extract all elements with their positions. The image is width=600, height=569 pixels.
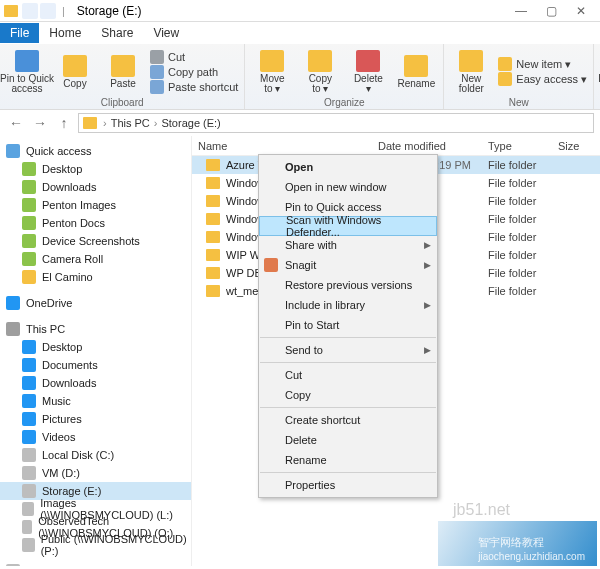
drive-icon bbox=[22, 502, 34, 516]
folder-icon bbox=[4, 5, 18, 17]
folder-icon bbox=[22, 270, 36, 284]
menu-open-new-window[interactable]: Open in new window bbox=[259, 177, 437, 197]
quick-access-toolbar[interactable] bbox=[22, 3, 56, 19]
drive-icon bbox=[22, 466, 36, 480]
menu-share-with[interactable]: Share with▶ bbox=[259, 235, 437, 255]
drive-icon bbox=[22, 484, 36, 498]
sidebar-item[interactable]: Music bbox=[0, 392, 191, 410]
delete-button[interactable]: Delete ▾ bbox=[347, 46, 389, 97]
menu-scan-defender[interactable]: Scan with Windows Defender... bbox=[259, 216, 437, 236]
easy-access-button[interactable]: Easy access ▾ bbox=[498, 72, 587, 86]
folder-icon bbox=[22, 216, 36, 230]
ribbon-group-organize: Move to ▾ Copy to ▾ Delete ▾ Rename Orga… bbox=[245, 44, 444, 109]
folder-icon bbox=[22, 252, 36, 266]
pin-quick-access-button[interactable]: Pin to Quick access bbox=[6, 46, 48, 97]
new-folder-button[interactable]: New folder bbox=[450, 46, 492, 97]
back-button[interactable]: ← bbox=[6, 115, 26, 131]
sidebar-item[interactable]: Device Screenshots bbox=[0, 232, 191, 250]
sidebar-item[interactable]: Desktop bbox=[0, 338, 191, 356]
col-size[interactable]: Size bbox=[552, 140, 592, 152]
cut-button[interactable]: Cut bbox=[150, 50, 238, 64]
tab-share[interactable]: Share bbox=[91, 23, 143, 43]
sidebar-this-pc[interactable]: This PC bbox=[0, 320, 191, 338]
minimize-button[interactable]: — bbox=[506, 4, 536, 18]
menu-open[interactable]: Open bbox=[259, 157, 437, 177]
sidebar-item[interactable]: Penton Docs bbox=[0, 214, 191, 232]
sidebar-item[interactable]: Penton Images bbox=[0, 196, 191, 214]
copy-button[interactable]: Copy bbox=[54, 46, 96, 97]
menu-include-library[interactable]: Include in library▶ bbox=[259, 295, 437, 315]
sidebar-item[interactable]: Downloads bbox=[0, 374, 191, 392]
menu-copy[interactable]: Copy bbox=[259, 385, 437, 405]
tab-home[interactable]: Home bbox=[39, 23, 91, 43]
nav-bar: ← → ↑ › This PC › Storage (E:) bbox=[0, 110, 600, 136]
new-item-button[interactable]: New item ▾ bbox=[498, 57, 587, 71]
sidebar-quick-access[interactable]: Quick access bbox=[0, 142, 191, 160]
folder-icon bbox=[22, 430, 36, 444]
folder-icon bbox=[206, 195, 220, 207]
breadcrumb-seg[interactable]: This PC bbox=[111, 117, 150, 129]
menu-cut[interactable]: Cut bbox=[259, 365, 437, 385]
copy-path-button[interactable]: Copy path bbox=[150, 65, 238, 79]
col-type[interactable]: Type bbox=[482, 140, 552, 152]
sidebar-item[interactable]: VM (D:) bbox=[0, 464, 191, 482]
sidebar-onedrive[interactable]: OneDrive bbox=[0, 294, 191, 312]
rename-button[interactable]: Rename bbox=[395, 46, 437, 97]
sidebar-item[interactable]: Desktop bbox=[0, 160, 191, 178]
window-title: Storage (E:) bbox=[77, 4, 142, 18]
titlebar: | Storage (E:) — ▢ ✕ bbox=[0, 0, 600, 22]
tab-file[interactable]: File bbox=[0, 23, 39, 43]
menu-rename[interactable]: Rename bbox=[259, 450, 437, 470]
folder-icon bbox=[206, 231, 220, 243]
drive-icon bbox=[22, 520, 32, 534]
sidebar-item[interactable]: Downloads bbox=[0, 178, 191, 196]
sidebar-item[interactable]: Camera Roll bbox=[0, 250, 191, 268]
folder-icon bbox=[22, 340, 36, 354]
close-button[interactable]: ✕ bbox=[566, 4, 596, 18]
sidebar-item[interactable]: Documents bbox=[0, 356, 191, 374]
tab-view[interactable]: View bbox=[143, 23, 189, 43]
folder-icon bbox=[22, 162, 36, 176]
watermark: 智宇网络教程 jiaocheng.iuzhidian.com bbox=[438, 521, 597, 566]
up-button[interactable]: ↑ bbox=[54, 115, 74, 131]
folder-icon bbox=[206, 159, 220, 171]
folder-icon bbox=[206, 177, 220, 189]
folder-icon bbox=[206, 213, 220, 225]
breadcrumb-seg[interactable]: Storage (E:) bbox=[161, 117, 220, 129]
forward-button[interactable]: → bbox=[30, 115, 50, 131]
menu-delete[interactable]: Delete bbox=[259, 430, 437, 450]
folder-icon bbox=[22, 198, 36, 212]
breadcrumb[interactable]: › This PC › Storage (E:) bbox=[78, 113, 594, 133]
menu-pin-start[interactable]: Pin to Start bbox=[259, 315, 437, 335]
paste-shortcut-button[interactable]: Paste shortcut bbox=[150, 80, 238, 94]
folder-icon bbox=[22, 412, 36, 426]
menu-restore-previous[interactable]: Restore previous versions bbox=[259, 275, 437, 295]
sidebar-item[interactable]: El Camino bbox=[0, 268, 191, 286]
menu-properties[interactable]: Properties bbox=[259, 475, 437, 495]
menu-create-shortcut[interactable]: Create shortcut bbox=[259, 410, 437, 430]
drive-icon bbox=[22, 448, 36, 462]
folder-icon bbox=[22, 376, 36, 390]
col-name[interactable]: Name bbox=[192, 140, 372, 152]
sidebar-item[interactable]: Public (\\WINOBSMYCLOUD) (P:) bbox=[0, 536, 191, 554]
sidebar: Quick access DesktopDownloadsPenton Imag… bbox=[0, 136, 192, 566]
maximize-button[interactable]: ▢ bbox=[536, 4, 566, 18]
column-headers[interactable]: Name Date modified Type Size bbox=[192, 136, 600, 156]
ribbon-tabs: File Home Share View bbox=[0, 22, 600, 44]
paste-button[interactable]: Paste bbox=[102, 46, 144, 97]
copy-to-button[interactable]: Copy to ▾ bbox=[299, 46, 341, 97]
context-menu: Open Open in new window Pin to Quick acc… bbox=[258, 154, 438, 498]
drive-icon bbox=[22, 538, 35, 552]
folder-icon bbox=[206, 267, 220, 279]
sidebar-item[interactable]: Local Disk (C:) bbox=[0, 446, 191, 464]
sidebar-storage-e[interactable]: Storage (E:) bbox=[0, 562, 191, 566]
move-to-button[interactable]: Move to ▾ bbox=[251, 46, 293, 97]
folder-icon bbox=[22, 358, 36, 372]
sidebar-item[interactable]: Pictures bbox=[0, 410, 191, 428]
ribbon-group-clipboard: Pin to Quick access Copy Paste Cut Copy … bbox=[0, 44, 245, 109]
menu-send-to[interactable]: Send to▶ bbox=[259, 340, 437, 360]
sidebar-item[interactable]: Videos bbox=[0, 428, 191, 446]
menu-snagit[interactable]: Snagit▶ bbox=[259, 255, 437, 275]
col-date[interactable]: Date modified bbox=[372, 140, 482, 152]
watermark-text: jb51.net bbox=[453, 501, 510, 519]
